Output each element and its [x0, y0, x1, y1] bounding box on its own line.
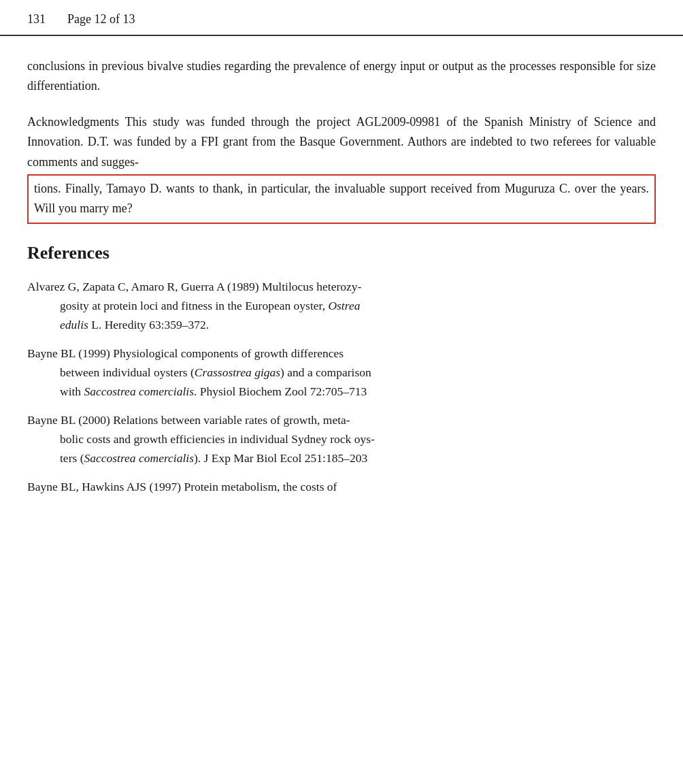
ref2-italic1: Crassostrea gigas [195, 365, 280, 379]
ref1-indent: gosity at protein loci and fitness in th… [27, 296, 656, 315]
ref1-indent2: edulis L. Heredity 63:359–372. [27, 315, 656, 334]
ref2-indent2: with Saccostrea comercialis. Physiol Bio… [27, 382, 656, 401]
ref3-italic: Saccostrea comercialis [84, 451, 194, 465]
acknowledgments-section: Acknowledgments This study was funded th… [27, 112, 656, 224]
ack-boxed-text: tions. Finally, Tamayo D. wants to thank… [34, 182, 649, 216]
ref4-start: Bayne BL, Hawkins AJS (1997) Protein met… [27, 480, 337, 493]
list-item: Bayne BL (2000) Relations between variab… [27, 410, 656, 468]
ref1-italic: Ostrea [328, 299, 360, 312]
list-item: Alvarez G, Zapata C, Amaro R, Guerra A (… [27, 277, 656, 334]
page-header: 131 Page 12 of 13 [0, 0, 683, 36]
ref3-indent: bolic costs and growth efficiencies in i… [27, 429, 656, 448]
references-list: Alvarez G, Zapata C, Amaro R, Guerra A (… [27, 277, 656, 496]
page-container: 131 Page 12 of 13 conclusions in previou… [0, 0, 683, 784]
ack-label: Acknowledgments [27, 115, 119, 129]
ref1-italic2: edulis [60, 318, 88, 331]
ref2-start: Bayne BL (1999) Physiological components… [27, 346, 344, 360]
ref3-start: Bayne BL (2000) Relations between variab… [27, 413, 350, 427]
page-label: Page 12 of 13 [67, 12, 135, 27]
ref3-indent2: ters (Saccostrea comercialis). J Exp Mar… [27, 448, 656, 468]
page-number: 131 [27, 12, 46, 27]
ref2-italic2: Saccostrea comercialis [84, 385, 195, 398]
intro-paragraph: conclusions in previous bivalve studies … [27, 56, 656, 96]
ref2-indent: between individual oysters (Crassostrea … [27, 363, 656, 382]
ack-text-before: This study was funded through the projec… [27, 115, 656, 169]
ack-highlighted-box: tions. Finally, Tamayo D. wants to thank… [27, 174, 656, 224]
references-heading: References [27, 243, 656, 263]
ref1-start: Alvarez G, Zapata C, Amaro R, Guerra A (… [27, 280, 361, 293]
list-item: Bayne BL (1999) Physiological components… [27, 344, 656, 401]
list-item: Bayne BL, Hawkins AJS (1997) Protein met… [27, 477, 656, 496]
page-content: conclusions in previous bivalve studies … [0, 36, 683, 526]
